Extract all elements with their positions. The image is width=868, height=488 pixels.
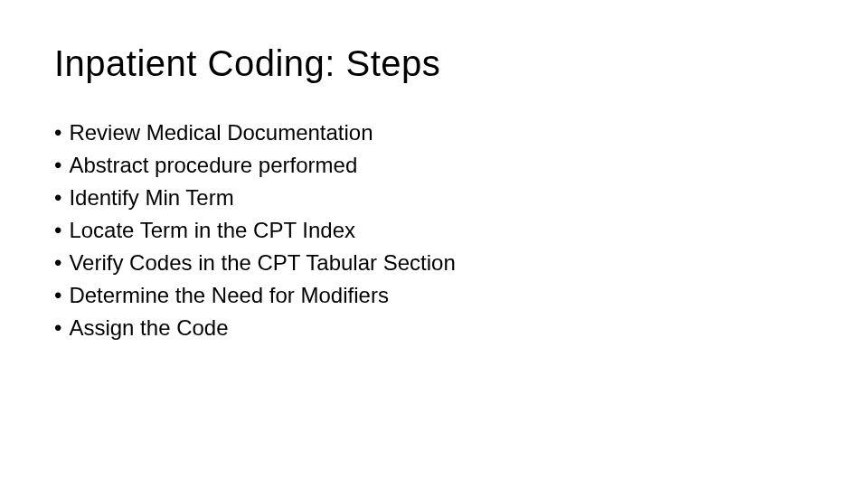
list-item-text: Assign the Code [69, 312, 228, 344]
list-item: • Identify Min Term [54, 182, 814, 214]
list-item-text: Identify Min Term [69, 182, 233, 214]
bullet-icon: • [54, 247, 61, 279]
list-item-text: Review Medical Documentation [69, 117, 373, 149]
slide-title: Inpatient Coding: Steps [54, 43, 814, 84]
list-item: • Assign the Code [54, 312, 814, 344]
bullet-icon: • [54, 312, 61, 344]
bullet-icon: • [54, 182, 61, 214]
list-item-text: Locate Term in the CPT Index [69, 214, 355, 247]
bullet-list: • Review Medical Documentation • Abstrac… [54, 117, 814, 344]
bullet-icon: • [54, 279, 61, 312]
list-item-text: Determine the Need for Modifiers [69, 279, 388, 312]
bullet-icon: • [54, 214, 61, 247]
list-item-text: Abstract procedure performed [69, 149, 357, 182]
list-item: • Determine the Need for Modifiers [54, 279, 814, 312]
bullet-icon: • [54, 149, 61, 182]
list-item: • Verify Codes in the CPT Tabular Sectio… [54, 247, 814, 279]
list-item: • Review Medical Documentation [54, 117, 814, 149]
list-item: • Abstract procedure performed [54, 149, 814, 182]
list-item: • Locate Term in the CPT Index [54, 214, 814, 247]
bullet-icon: • [54, 117, 61, 149]
list-item-text: Verify Codes in the CPT Tabular Section [69, 247, 455, 279]
